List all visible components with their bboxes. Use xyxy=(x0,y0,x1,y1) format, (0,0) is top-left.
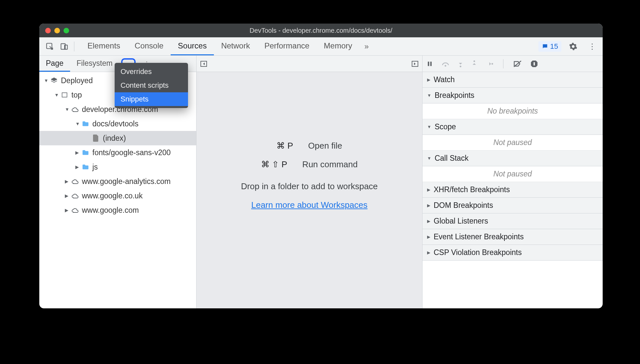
section-arrow-icon: ▼ xyxy=(427,93,431,98)
kebab-menu-icon[interactable]: ⋮ xyxy=(585,39,599,54)
frame-icon xyxy=(60,92,69,98)
tree-row[interactable]: ▶www.google.co.uk xyxy=(39,189,196,203)
titlebar: DevTools - developer.chrome.com/docs/dev… xyxy=(39,24,603,37)
tree-label: docs/devtools xyxy=(92,119,139,128)
debug-section-global-listeners[interactable]: ▶Global Listeners xyxy=(423,213,603,229)
expand-arrow-icon[interactable]: ▼ xyxy=(65,107,71,112)
tab-performance[interactable]: Performance xyxy=(257,37,316,55)
section-arrow-icon: ▼ xyxy=(427,124,431,129)
tree-label: www.google.co.uk xyxy=(82,191,142,200)
window-title: DevTools - developer.chrome.com/docs/dev… xyxy=(39,27,603,34)
debugger-panel: ▶Watch▼BreakpointsNo breakpoints▼ScopeNo… xyxy=(423,56,603,308)
section-label: DOM Breakpoints xyxy=(434,201,493,210)
debug-section-breakpoints[interactable]: ▼Breakpoints xyxy=(423,88,603,103)
step-icon[interactable] xyxy=(485,61,493,66)
tree-label: top xyxy=(71,91,82,100)
run-command-shortcut: ⌘ ⇧ P Run command xyxy=(261,159,358,170)
debug-section-xhr-fetch-breakpoints[interactable]: ▶XHR/fetch Breakpoints xyxy=(423,182,603,198)
svg-rect-12 xyxy=(534,62,535,65)
svg-point-9 xyxy=(460,65,461,67)
expand-arrow-icon[interactable]: ▶ xyxy=(65,208,71,213)
tree-label: www.google-analytics.com xyxy=(82,177,171,186)
issues-count: 15 xyxy=(550,42,558,51)
open-file-shortcut: ⌘ P Open file xyxy=(276,141,342,151)
expand-arrow-icon[interactable]: ▶ xyxy=(65,179,71,184)
expand-arrow-icon[interactable]: ▼ xyxy=(75,121,81,126)
section-label: Scope xyxy=(435,122,456,131)
debug-section-csp-violation-breakpoints[interactable]: ▶CSP Violation Breakpoints xyxy=(423,245,603,261)
issues-chip[interactable]: 15 xyxy=(538,41,561,52)
svg-rect-7 xyxy=(430,62,432,66)
dropdown-item-overrides[interactable]: Overrides xyxy=(115,65,188,79)
tree-row[interactable]: ▶fonts/google-sans-v200 xyxy=(39,145,196,160)
dropdown-item-snippets[interactable]: Snippets xyxy=(115,92,188,106)
workspace-drop-hint: Drop in a folder to add to workspace xyxy=(241,181,378,191)
section-arrow-icon: ▶ xyxy=(427,203,430,208)
debugger-toolbar xyxy=(423,56,603,72)
tree-label: fonts/google-sans-v200 xyxy=(92,148,171,157)
svg-point-8 xyxy=(445,65,446,66)
tree-row[interactable]: ▶www.google.com xyxy=(39,203,196,217)
tree-label: (index) xyxy=(103,134,126,143)
editor-placeholder: ⌘ P Open file ⌘ ⇧ P Run command Drop in … xyxy=(197,72,422,308)
run-command-label: Run command xyxy=(302,159,358,170)
debug-section-scope[interactable]: ▼Scope xyxy=(423,119,603,135)
svg-rect-6 xyxy=(428,62,429,66)
editor-panel: ⌘ P Open file ⌘ ⇧ P Run command Drop in … xyxy=(197,56,423,308)
section-label: Call Stack xyxy=(435,154,469,163)
section-label: CSP Violation Breakpoints xyxy=(434,248,522,257)
dropdown-item-content-scripts[interactable]: Content scripts xyxy=(115,79,188,92)
open-file-label: Open file xyxy=(308,141,342,151)
section-arrow-icon: ▶ xyxy=(427,77,430,82)
cloud-icon xyxy=(71,106,79,112)
section-arrow-icon: ▶ xyxy=(427,250,430,255)
nav-tab-filesystem[interactable]: Filesystem xyxy=(70,56,119,72)
expand-arrow-icon[interactable]: ▶ xyxy=(75,164,81,170)
tab-console[interactable]: Console xyxy=(127,37,171,55)
section-arrow-icon: ▼ xyxy=(427,156,431,161)
step-out-icon[interactable] xyxy=(472,60,477,67)
expand-arrow-icon[interactable]: ▶ xyxy=(65,193,71,198)
expand-arrow-icon[interactable]: ▶ xyxy=(75,150,81,155)
pause-on-exceptions-icon[interactable] xyxy=(530,60,538,68)
pause-icon[interactable] xyxy=(426,61,433,67)
tree-row[interactable]: ▶js xyxy=(39,160,196,174)
tree-row[interactable]: ▶www.google-analytics.com xyxy=(39,174,196,189)
debug-section-watch[interactable]: ▶Watch xyxy=(423,72,603,88)
nav-tab-page[interactable]: Page xyxy=(39,56,70,72)
deactivate-breakpoints-icon[interactable] xyxy=(513,60,522,67)
step-into-icon[interactable] xyxy=(458,60,463,67)
deployed-icon xyxy=(50,77,58,84)
tree-row[interactable]: ▼docs/devtools xyxy=(39,117,196,131)
tree-row[interactable]: (index) xyxy=(39,131,196,145)
tab-sources[interactable]: Sources xyxy=(171,37,214,55)
svg-point-11 xyxy=(492,63,493,64)
debug-section-event-listener-breakpoints[interactable]: ▶Event Listener Breakpoints xyxy=(423,229,603,245)
section-label: Event Listener Breakpoints xyxy=(434,232,524,241)
svg-point-10 xyxy=(474,60,475,62)
settings-icon[interactable] xyxy=(566,39,580,54)
expand-arrow-icon[interactable]: ▼ xyxy=(44,78,50,83)
section-label: Breakpoints xyxy=(435,91,474,100)
expand-arrow-icon[interactable]: ▼ xyxy=(54,92,60,98)
learn-more-workspaces-link[interactable]: Learn more about Workspaces xyxy=(251,200,367,210)
section-label: XHR/fetch Breakpoints xyxy=(434,185,510,194)
collapse-navigator-icon[interactable] xyxy=(200,60,208,68)
inspect-element-icon[interactable] xyxy=(43,39,57,54)
section-arrow-icon: ▶ xyxy=(427,187,430,192)
expand-debugger-icon[interactable] xyxy=(411,60,419,68)
main-toolbar: ElementsConsoleSourcesNetworkPerformance… xyxy=(39,37,603,56)
debug-section-call-stack[interactable]: ▼Call Stack xyxy=(423,151,603,166)
tab-network[interactable]: Network xyxy=(214,37,257,55)
svg-rect-3 xyxy=(62,93,67,97)
tree-label: www.google.com xyxy=(82,206,139,215)
more-tabs-icon[interactable]: » xyxy=(359,39,374,54)
section-arrow-icon: ▶ xyxy=(427,234,430,239)
device-toggle-icon[interactable] xyxy=(57,39,71,54)
debug-section-dom-breakpoints[interactable]: ▶DOM Breakpoints xyxy=(423,198,603,213)
editor-tabbar xyxy=(197,56,422,72)
tab-elements[interactable]: Elements xyxy=(80,37,127,55)
section-body: Not paused xyxy=(423,166,603,182)
tab-memory[interactable]: Memory xyxy=(317,37,360,55)
step-over-icon[interactable] xyxy=(442,61,449,67)
